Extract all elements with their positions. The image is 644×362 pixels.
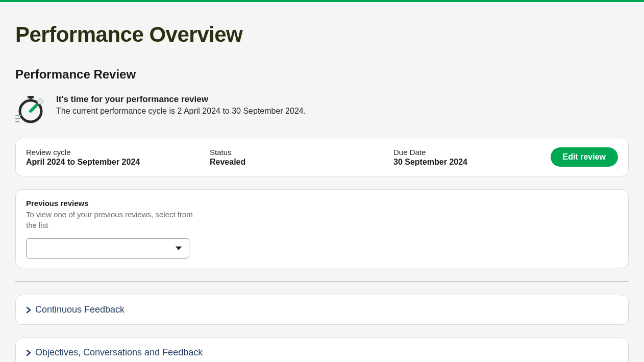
svg-rect-5 xyxy=(15,118,20,119)
review-cycle-field: Review cycle April 2024 to September 202… xyxy=(26,148,200,167)
previous-reviews-select-wrapper xyxy=(26,238,189,258)
current-review-card: Review cycle April 2024 to September 202… xyxy=(15,138,629,176)
review-row: Review cycle April 2024 to September 202… xyxy=(26,147,618,167)
notice-description: The current performance cycle is 2 April… xyxy=(56,107,629,116)
review-due-label: Due Date xyxy=(393,148,540,157)
svg-rect-4 xyxy=(15,115,21,116)
stopwatch-icon xyxy=(15,94,46,125)
edit-review-button[interactable]: Edit review xyxy=(551,147,618,167)
accordion-objectives-conversations-feedback[interactable]: Objectives, Conversations and Feedback xyxy=(15,338,629,362)
page-title: Performance Overview xyxy=(15,22,629,47)
previous-reviews-card: Previous reviews To view one of your pre… xyxy=(15,189,629,268)
notice-text: It's time for your performance review Th… xyxy=(56,94,629,116)
review-notice: It's time for your performance review Th… xyxy=(15,94,629,125)
svg-rect-6 xyxy=(15,121,19,122)
chevron-right-icon xyxy=(26,306,31,314)
previous-reviews-title: Previous reviews xyxy=(26,199,618,208)
notice-title: It's time for your performance review xyxy=(56,94,629,105)
accordion-continuous-feedback[interactable]: Continuous Feedback xyxy=(15,295,629,325)
main-container: Performance Overview Performance Review … xyxy=(0,2,644,362)
chevron-right-icon xyxy=(26,349,31,356)
review-due-field: Due Date 30 September 2024 xyxy=(393,148,540,167)
review-status-field: Status Revealed xyxy=(210,148,383,167)
previous-reviews-description: To view one of your previous reviews, se… xyxy=(26,209,194,230)
review-due-value: 30 September 2024 xyxy=(393,158,540,167)
accordion-title: Objectives, Conversations and Feedback xyxy=(35,347,203,358)
review-cycle-label: Review cycle xyxy=(26,148,200,157)
review-status-label: Status xyxy=(210,148,383,157)
review-status-value: Revealed xyxy=(210,158,383,167)
accordion-title: Continuous Feedback xyxy=(35,304,125,315)
performance-review-heading: Performance Review xyxy=(15,67,629,82)
review-cycle-value: April 2024 to September 2024 xyxy=(26,158,200,167)
section-divider xyxy=(15,281,629,282)
previous-reviews-select[interactable] xyxy=(26,238,189,258)
